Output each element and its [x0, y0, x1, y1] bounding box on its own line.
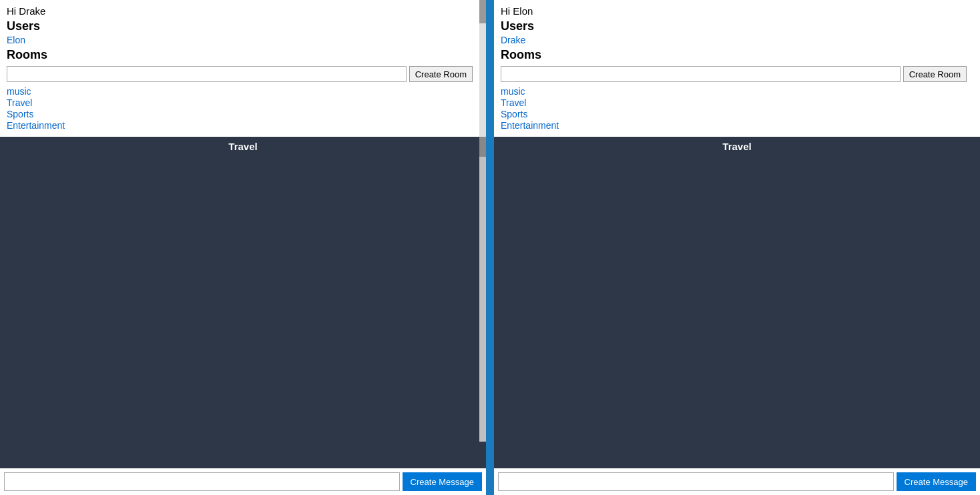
right-greeting: Hi Elon	[501, 5, 967, 17]
right-message-input-row: Create Message	[494, 468, 980, 495]
left-room-travel[interactable]: Travel	[7, 97, 473, 108]
right-panel: Hi Elon Users Drake Rooms Create Room mu…	[494, 0, 980, 495]
left-users-title: Users	[7, 19, 473, 33]
left-chat-messages[interactable]	[0, 156, 486, 468]
right-chat-header: Travel	[494, 137, 980, 156]
left-create-room-button[interactable]: Create Room	[409, 66, 473, 82]
right-rooms-section: Rooms Create Room music Travel Sports En…	[501, 48, 967, 131]
left-panel: Hi Drake Users Elon Rooms Create Room mu…	[0, 0, 486, 495]
left-rooms-title: Rooms	[7, 48, 473, 62]
right-chat-messages[interactable]	[494, 156, 980, 468]
right-room-name-input[interactable]	[501, 66, 901, 82]
left-room-name-input[interactable]	[7, 66, 407, 82]
right-create-room-row: Create Room	[501, 66, 967, 82]
right-room-sports[interactable]: Sports	[501, 109, 967, 119]
right-room-travel[interactable]: Travel	[501, 97, 967, 108]
left-message-input[interactable]	[4, 472, 400, 491]
right-users-title: Users	[501, 19, 967, 33]
left-greeting: Hi Drake	[7, 5, 473, 17]
left-chat-header: Travel	[0, 137, 486, 156]
right-rooms-title: Rooms	[501, 48, 967, 62]
left-chat-section: Travel	[0, 137, 486, 468]
left-create-message-button[interactable]: Create Message	[403, 472, 482, 491]
right-message-input[interactable]	[498, 472, 894, 491]
left-chat-scrollbar[interactable]	[479, 137, 486, 442]
left-chat-scrollbar-thumb[interactable]	[479, 137, 486, 157]
left-rooms-section: Rooms Create Room music Travel Sports En…	[7, 48, 473, 131]
right-chat-section: Travel	[494, 137, 980, 468]
left-room-music[interactable]: music	[7, 86, 473, 97]
right-top-section: Hi Elon Users Drake Rooms Create Room mu…	[494, 0, 980, 137]
right-create-message-button[interactable]: Create Message	[897, 472, 976, 491]
left-user-elon[interactable]: Elon	[7, 35, 473, 45]
panel-divider	[486, 0, 494, 495]
left-top-scrollbar[interactable]	[479, 0, 486, 137]
left-message-input-row: Create Message	[0, 468, 486, 495]
left-top-scrollbar-thumb[interactable]	[479, 0, 486, 23]
right-room-entertainment[interactable]: Entertainment	[501, 120, 967, 131]
left-room-entertainment[interactable]: Entertainment	[7, 120, 473, 131]
right-room-music[interactable]: music	[501, 86, 967, 97]
right-user-drake[interactable]: Drake	[501, 35, 967, 45]
left-room-sports[interactable]: Sports	[7, 109, 473, 119]
left-top-section: Hi Drake Users Elon Rooms Create Room mu…	[0, 0, 486, 137]
left-create-room-row: Create Room	[7, 66, 473, 82]
right-create-room-button[interactable]: Create Room	[903, 66, 967, 82]
